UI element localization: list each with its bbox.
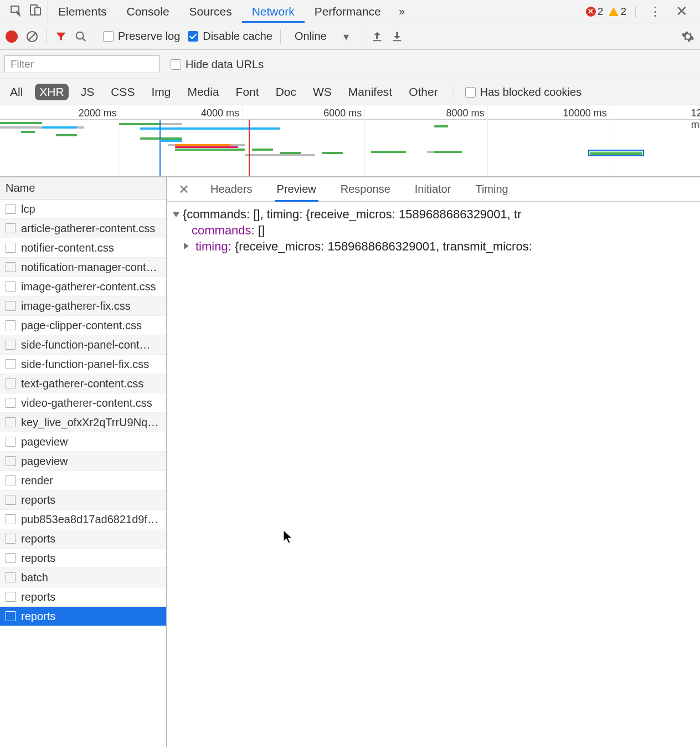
file-icon — [6, 514, 16, 524]
detail-tab-timing[interactable]: Timing — [473, 177, 510, 202]
waterfall-overview[interactable]: 2000 ms4000 ms6000 ms8000 ms10000 ms1200… — [0, 105, 700, 177]
kebab-menu-icon[interactable]: ⋮ — [645, 4, 666, 19]
warning-count-badge[interactable]: 2 — [609, 6, 626, 18]
type-filter-css[interactable]: CSS — [106, 84, 139, 100]
request-name: reports — [21, 533, 55, 545]
device-toggle-icon[interactable] — [29, 3, 42, 19]
type-filter-xhr[interactable]: XHR — [35, 84, 68, 100]
file-icon — [6, 204, 16, 214]
file-icon — [6, 417, 16, 427]
filter-input[interactable] — [4, 55, 159, 73]
request-name: pageview — [21, 436, 68, 448]
close-detail-icon[interactable]: ✕ — [175, 182, 193, 197]
request-row[interactable]: reports — [0, 529, 166, 549]
request-row[interactable]: batch — [0, 568, 166, 587]
request-row[interactable]: pageview — [0, 452, 166, 471]
filter-bar: Hide data URLs — [0, 50, 700, 79]
blocked-cookies-label: Has blocked cookies — [480, 86, 581, 99]
request-name: batch — [21, 571, 48, 584]
error-count-badge[interactable]: ✕2 — [586, 6, 604, 18]
request-name: reports — [21, 591, 55, 603]
settings-gear-icon[interactable] — [681, 30, 694, 43]
file-icon — [6, 340, 16, 350]
file-icon — [6, 553, 16, 563]
request-row[interactable]: video-gatherer-content.css — [0, 393, 166, 413]
tab-performance[interactable]: Performance — [305, 0, 391, 23]
file-icon — [6, 398, 16, 408]
request-row[interactable]: reports — [0, 490, 166, 510]
request-row[interactable]: notification-manager-cont… — [0, 258, 166, 277]
type-filter-ws[interactable]: WS — [308, 84, 336, 100]
request-name: video-gatherer-content.css — [21, 397, 152, 410]
request-row[interactable]: article-gatherer-content.css — [0, 219, 166, 238]
blocked-cookies-checkbox[interactable]: Has blocked cookies — [465, 86, 581, 99]
svg-point-5 — [76, 32, 84, 39]
request-row[interactable]: side-function-panel-cont… — [0, 335, 166, 355]
hide-data-urls-checkbox[interactable]: Hide data URLs — [171, 58, 264, 71]
tabs-overflow-icon[interactable]: » — [391, 5, 413, 18]
tab-sources[interactable]: Sources — [179, 0, 242, 23]
request-name: page-clipper-content.css — [21, 319, 142, 332]
request-name: pub853ea8d17ad6821d9f… — [21, 513, 158, 526]
detail-tabs: ✕ HeadersPreviewResponseInitiatorTiming — [167, 177, 700, 202]
devtools-tabs-bar: ElementsConsoleSourcesNetworkPerformance… — [0, 0, 700, 23]
file-icon — [6, 282, 16, 291]
inspect-icon[interactable] — [10, 3, 23, 19]
file-icon — [6, 320, 16, 330]
request-row[interactable]: reports — [0, 549, 166, 568]
request-row[interactable]: reports — [0, 587, 166, 607]
file-icon — [6, 475, 16, 485]
upload-har-icon[interactable] — [371, 30, 383, 43]
svg-rect-7 — [373, 40, 381, 41]
type-filter-font[interactable]: Font — [231, 84, 264, 100]
download-har-icon[interactable] — [391, 30, 403, 43]
file-icon — [6, 437, 16, 447]
request-row[interactable]: lcp — [0, 199, 166, 219]
type-filter-manifest[interactable]: Manifest — [344, 84, 397, 100]
tab-console[interactable]: Console — [117, 0, 179, 23]
clear-icon[interactable] — [25, 30, 39, 43]
request-row[interactable]: pub853ea8d17ad6821d9f… — [0, 510, 166, 529]
detail-tab-preview[interactable]: Preview — [275, 177, 318, 202]
search-icon[interactable] — [75, 30, 87, 43]
svg-line-4 — [28, 33, 36, 40]
detail-tab-headers[interactable]: Headers — [208, 177, 255, 202]
type-filter-js[interactable]: JS — [76, 84, 99, 100]
request-detail-pane: ✕ HeadersPreviewResponseInitiatorTiming … — [167, 177, 700, 747]
type-filter-all[interactable]: All — [6, 84, 27, 100]
filter-icon[interactable] — [55, 30, 67, 43]
detail-tab-response[interactable]: Response — [338, 177, 393, 202]
name-column-header[interactable]: Name — [0, 177, 166, 199]
type-filter-doc[interactable]: Doc — [271, 84, 301, 100]
json-preview[interactable]: {commands: [], timing: {receive_micros: … — [167, 202, 700, 259]
request-row[interactable]: image-gatherer-content.css — [0, 277, 166, 296]
request-row[interactable]: page-clipper-content.css — [0, 316, 166, 335]
type-filter-media[interactable]: Media — [183, 84, 223, 100]
request-row[interactable]: pageview — [0, 432, 166, 452]
request-row[interactable]: reports — [0, 607, 166, 626]
request-row[interactable]: side-function-panel-fix.css — [0, 355, 166, 374]
type-filter-img[interactable]: Img — [147, 84, 175, 100]
tab-network[interactable]: Network — [242, 0, 305, 23]
preserve-log-checkbox[interactable]: Preserve log — [103, 30, 180, 43]
error-count: 2 — [598, 6, 604, 18]
file-icon — [6, 611, 16, 621]
request-name: lcp — [21, 203, 35, 216]
type-filter-bar: AllXHRJSCSSImgMediaFontDocWSManifestOthe… — [0, 79, 700, 105]
chevron-down-icon: ▾ — [343, 30, 349, 43]
request-row[interactable]: key_live_ofxXr2qTrrU9Nq… — [0, 413, 166, 432]
svg-rect-0 — [11, 6, 19, 12]
record-button[interactable] — [6, 30, 18, 43]
throttle-select[interactable]: Online ▾ — [289, 27, 355, 46]
request-row[interactable]: image-gatherer-fix.css — [0, 296, 166, 316]
close-devtools-icon[interactable]: ✕ — [671, 3, 692, 20]
tab-elements[interactable]: Elements — [48, 0, 117, 23]
json-line: commands: [], timing: {receive_micros: 1… — [187, 207, 521, 221]
request-list[interactable]: lcparticle-gatherer-content.cssnotifier-… — [0, 199, 166, 747]
disable-cache-checkbox[interactable]: Disable cache — [188, 30, 272, 43]
request-row[interactable]: text-gatherer-content.css — [0, 374, 166, 393]
detail-tab-initiator[interactable]: Initiator — [413, 177, 454, 202]
request-row[interactable]: notifier-content.css — [0, 238, 166, 258]
request-row[interactable]: render — [0, 471, 166, 490]
type-filter-other[interactable]: Other — [404, 84, 442, 100]
